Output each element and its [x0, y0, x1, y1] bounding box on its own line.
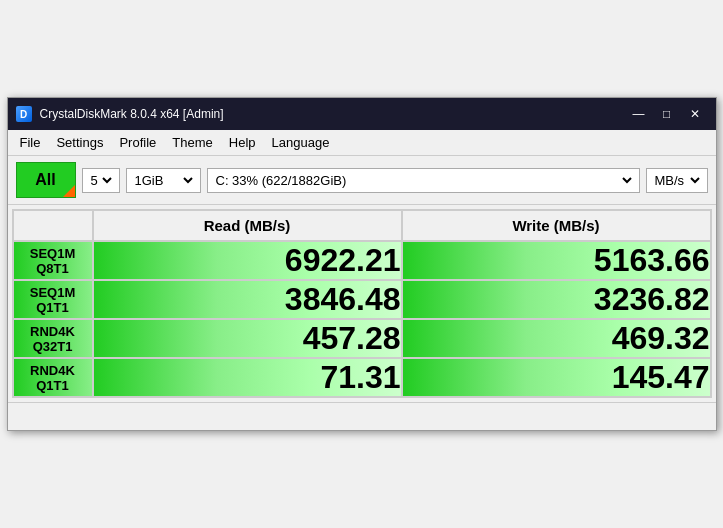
size-select[interactable]: 1GiB 512MiB 2GiB 4GiB — [126, 168, 201, 193]
benchmark-table: Read (MB/s) Write (MB/s) SEQ1MQ8T16922.2… — [12, 209, 712, 398]
maximize-button[interactable]: □ — [654, 104, 680, 124]
row-label: SEQ1MQ1T1 — [13, 280, 93, 319]
menu-settings[interactable]: Settings — [48, 133, 111, 152]
app-icon: D — [16, 106, 32, 122]
header-write: Write (MB/s) — [402, 210, 711, 241]
size-dropdown[interactable]: 1GiB 512MiB 2GiB 4GiB — [131, 172, 196, 189]
row-read-value: 3846.48 — [93, 280, 402, 319]
drive-select[interactable]: C: 33% (622/1882GiB) — [207, 168, 640, 193]
row-read-value: 6922.21 — [93, 241, 402, 280]
window-title: CrystalDiskMark 8.0.4 x64 [Admin] — [40, 107, 626, 121]
window-controls: — □ ✕ — [626, 104, 708, 124]
title-bar: D CrystalDiskMark 8.0.4 x64 [Admin] — □ … — [8, 98, 716, 130]
row-read-value: 457.28 — [93, 319, 402, 358]
table-row: RND4KQ32T1457.28469.32 — [13, 319, 711, 358]
row-label: RND4KQ1T1 — [13, 358, 93, 397]
row-write-value: 5163.66 — [402, 241, 711, 280]
row-write-value: 145.47 — [402, 358, 711, 397]
table-row: SEQ1MQ8T16922.215163.66 — [13, 241, 711, 280]
menu-bar: File Settings Profile Theme Help Languag… — [8, 130, 716, 156]
header-read: Read (MB/s) — [93, 210, 402, 241]
main-window: D CrystalDiskMark 8.0.4 x64 [Admin] — □ … — [7, 97, 717, 431]
row-label: RND4KQ32T1 — [13, 319, 93, 358]
toolbar: All 5 1 3 9 1GiB 512MiB 2GiB 4GiB C: 33%… — [8, 156, 716, 205]
row-write-value: 469.32 — [402, 319, 711, 358]
menu-help[interactable]: Help — [221, 133, 264, 152]
menu-profile[interactable]: Profile — [111, 133, 164, 152]
row-read-value: 71.31 — [93, 358, 402, 397]
benchmark-content: Read (MB/s) Write (MB/s) SEQ1MQ8T16922.2… — [8, 205, 716, 402]
row-label: SEQ1MQ8T1 — [13, 241, 93, 280]
runs-select[interactable]: 5 1 3 9 — [82, 168, 120, 193]
close-button[interactable]: ✕ — [682, 104, 708, 124]
row-write-value: 3236.82 — [402, 280, 711, 319]
menu-theme[interactable]: Theme — [164, 133, 220, 152]
units-select[interactable]: MB/s GB/s IOPS — [646, 168, 708, 193]
minimize-button[interactable]: — — [626, 104, 652, 124]
menu-file[interactable]: File — [12, 133, 49, 152]
table-row: SEQ1MQ1T13846.483236.82 — [13, 280, 711, 319]
all-button[interactable]: All — [16, 162, 76, 198]
table-header: Read (MB/s) Write (MB/s) — [13, 210, 711, 241]
drive-dropdown[interactable]: C: 33% (622/1882GiB) — [212, 172, 635, 189]
units-dropdown[interactable]: MB/s GB/s IOPS — [651, 172, 703, 189]
menu-language[interactable]: Language — [264, 133, 338, 152]
header-label-cell — [13, 210, 93, 241]
runs-dropdown[interactable]: 5 1 3 9 — [87, 172, 115, 189]
table-row: RND4KQ1T171.31145.47 — [13, 358, 711, 397]
status-bar — [8, 402, 716, 430]
